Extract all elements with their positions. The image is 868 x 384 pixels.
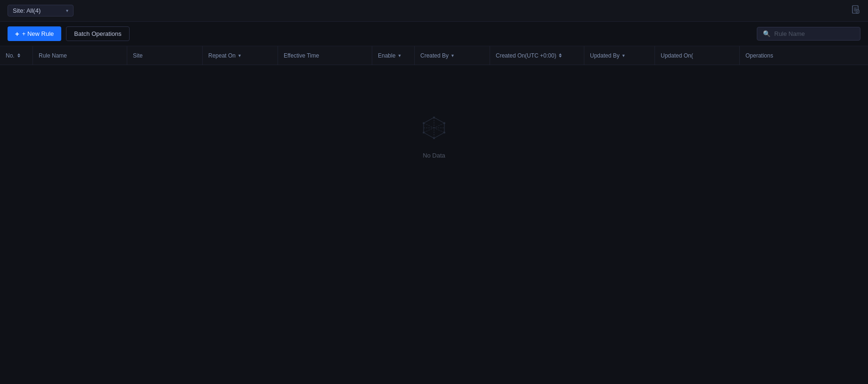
svg-point-14 bbox=[433, 117, 435, 118]
col-repeat-on[interactable]: Repeat On ▼ bbox=[203, 46, 278, 65]
sort-no-icon bbox=[17, 53, 20, 58]
svg-line-11 bbox=[424, 123, 434, 128]
filter-enable-icon: ▼ bbox=[397, 53, 401, 58]
col-site: Site bbox=[127, 46, 203, 65]
batch-operations-button[interactable]: Batch Operations bbox=[66, 26, 129, 41]
col-created-by[interactable]: Created By ▼ bbox=[415, 46, 490, 65]
svg-line-12 bbox=[434, 128, 444, 133]
col-updated-on-label: Updated On( bbox=[661, 52, 693, 59]
col-no-label: No. bbox=[6, 52, 15, 59]
col-enable-label: Enable bbox=[378, 52, 395, 59]
col-updated-by-label: Updated By bbox=[590, 52, 620, 59]
svg-point-15 bbox=[443, 122, 445, 124]
col-operations-label: Operations bbox=[745, 52, 773, 59]
site-selector[interactable]: Site: All(4) ▾ bbox=[8, 5, 74, 17]
batch-operations-label: Batch Operations bbox=[74, 30, 121, 37]
col-rule-name: Rule Name bbox=[33, 46, 127, 65]
toolbar: + + New Rule Batch Operations 🔍 bbox=[0, 22, 868, 46]
chevron-down-icon: ▾ bbox=[66, 8, 68, 13]
sort-created-on-icon bbox=[559, 53, 562, 58]
col-effective-time: Effective Time bbox=[278, 46, 372, 65]
filter-created-by-icon: ▼ bbox=[450, 53, 455, 58]
svg-point-18 bbox=[423, 132, 425, 134]
col-repeat-on-label: Repeat On bbox=[208, 52, 236, 59]
col-effective-time-label: Effective Time bbox=[284, 52, 319, 59]
svg-point-19 bbox=[423, 122, 425, 124]
search-box: 🔍 bbox=[757, 27, 860, 41]
site-selector-label: Site: All(4) bbox=[13, 7, 41, 14]
new-rule-label: + New Rule bbox=[22, 30, 54, 37]
col-updated-on: Updated On( bbox=[655, 46, 740, 65]
top-bar-right bbox=[851, 5, 860, 17]
col-operations: Operations bbox=[740, 46, 868, 65]
no-data-container: No Data bbox=[0, 65, 868, 207]
document-icon[interactable] bbox=[851, 5, 860, 17]
col-created-by-label: Created By bbox=[420, 52, 449, 59]
toolbar-left: + + New Rule Batch Operations bbox=[8, 26, 130, 41]
search-icon: 🔍 bbox=[763, 30, 770, 37]
plus-icon: + bbox=[15, 30, 19, 38]
col-rule-name-label: Rule Name bbox=[39, 52, 67, 59]
col-enable[interactable]: Enable ▼ bbox=[372, 46, 415, 65]
svg-line-10 bbox=[434, 123, 444, 128]
col-updated-by[interactable]: Updated By ▼ bbox=[584, 46, 655, 65]
no-data-label: No Data bbox=[423, 152, 445, 159]
no-data-icon bbox=[419, 113, 449, 144]
search-input[interactable] bbox=[774, 30, 854, 37]
col-no[interactable]: No. bbox=[0, 46, 33, 65]
col-site-label: Site bbox=[133, 52, 143, 59]
filter-updated-by-icon: ▼ bbox=[622, 53, 626, 58]
top-bar: Site: All(4) ▾ bbox=[0, 0, 868, 22]
svg-line-13 bbox=[424, 128, 434, 133]
filter-repeat-on-icon: ▼ bbox=[237, 53, 242, 58]
svg-rect-4 bbox=[856, 10, 859, 13]
table-container: No. Rule Name Site Repeat On ▼ Effective… bbox=[0, 46, 868, 207]
svg-point-16 bbox=[443, 132, 445, 134]
new-rule-button[interactable]: + + New Rule bbox=[8, 26, 61, 41]
table-header: No. Rule Name Site Repeat On ▼ Effective… bbox=[0, 46, 868, 65]
svg-point-17 bbox=[433, 137, 435, 139]
col-created-on-label: Created On(UTC +0:00) bbox=[496, 52, 556, 59]
col-created-on[interactable]: Created On(UTC +0:00) bbox=[490, 46, 584, 65]
